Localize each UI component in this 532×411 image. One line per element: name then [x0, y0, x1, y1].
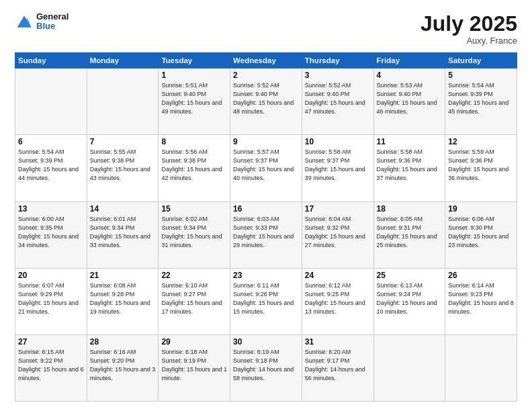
day-info: Sunrise: 5:52 AMSunset: 9:40 PMDaylight:…	[305, 81, 371, 116]
table-row: 29Sunrise: 6:18 AMSunset: 9:19 PMDayligh…	[159, 334, 230, 401]
title-block: July 2025 Auxy, France	[420, 12, 517, 46]
day-info: Sunrise: 6:19 AMSunset: 9:18 PMDaylight:…	[233, 348, 299, 383]
table-row: 8Sunrise: 5:56 AMSunset: 9:38 PMDaylight…	[159, 135, 230, 201]
day-number: 22	[161, 271, 227, 280]
table-row	[15, 68, 87, 135]
day-number: 17	[305, 204, 371, 214]
day-number: 27	[18, 337, 84, 347]
day-info: Sunrise: 6:04 AMSunset: 9:32 PMDaylight:…	[305, 215, 371, 250]
weekday-header-row: Sunday Monday Tuesday Wednesday Thursday…	[15, 53, 517, 68]
day-number: 14	[90, 204, 156, 214]
table-row	[373, 334, 445, 401]
table-row: 2Sunrise: 5:52 AMSunset: 9:40 PMDaylight…	[230, 68, 302, 135]
header-wednesday: Wednesday	[230, 53, 302, 68]
table-row: 13Sunrise: 6:00 AMSunset: 9:35 PMDayligh…	[15, 201, 87, 268]
logo-icon	[15, 12, 34, 31]
header-monday: Monday	[87, 53, 159, 68]
day-info: Sunrise: 6:03 AMSunset: 9:33 PMDaylight:…	[233, 215, 299, 250]
day-info: Sunrise: 6:18 AMSunset: 9:19 PMDaylight:…	[161, 348, 227, 383]
table-row: 16Sunrise: 6:03 AMSunset: 9:33 PMDayligh…	[230, 201, 302, 268]
calendar-week-row: 1Sunrise: 5:51 AMSunset: 9:40 PMDaylight…	[15, 68, 517, 135]
header-thursday: Thursday	[302, 53, 373, 68]
day-number: 30	[233, 337, 299, 347]
day-number: 28	[90, 337, 156, 347]
logo-text: General Blue	[36, 12, 69, 32]
table-row: 27Sunrise: 6:15 AMSunset: 9:22 PMDayligh…	[15, 334, 87, 401]
day-info: Sunrise: 5:54 AMSunset: 9:39 PMDaylight:…	[18, 148, 84, 183]
day-number: 21	[90, 271, 156, 280]
table-row: 30Sunrise: 6:19 AMSunset: 9:18 PMDayligh…	[230, 334, 302, 401]
day-info: Sunrise: 5:59 AMSunset: 9:36 PMDaylight:…	[448, 148, 514, 183]
table-row: 7Sunrise: 5:55 AMSunset: 9:38 PMDaylight…	[87, 135, 159, 201]
table-row: 26Sunrise: 6:14 AMSunset: 9:23 PMDayligh…	[445, 268, 517, 334]
table-row: 24Sunrise: 6:12 AMSunset: 9:25 PMDayligh…	[302, 268, 373, 334]
table-row: 4Sunrise: 5:53 AMSunset: 9:40 PMDaylight…	[373, 68, 445, 135]
day-info: Sunrise: 6:16 AMSunset: 9:20 PMDaylight:…	[90, 348, 156, 383]
table-row: 15Sunrise: 6:02 AMSunset: 9:34 PMDayligh…	[159, 201, 230, 268]
day-info: Sunrise: 5:58 AMSunset: 9:37 PMDaylight:…	[305, 148, 371, 183]
day-info: Sunrise: 6:01 AMSunset: 9:34 PMDaylight:…	[90, 215, 156, 250]
table-row: 1Sunrise: 5:51 AMSunset: 9:40 PMDaylight…	[159, 68, 230, 135]
table-row: 12Sunrise: 5:59 AMSunset: 9:36 PMDayligh…	[445, 135, 517, 201]
table-row: 5Sunrise: 5:54 AMSunset: 9:39 PMDaylight…	[445, 68, 517, 135]
day-number: 9	[233, 137, 299, 146]
header: General Blue July 2025 Auxy, France	[15, 12, 517, 46]
day-info: Sunrise: 6:08 AMSunset: 9:28 PMDaylight:…	[90, 281, 156, 316]
header-friday: Friday	[373, 53, 445, 68]
table-row: 6Sunrise: 5:54 AMSunset: 9:39 PMDaylight…	[15, 135, 87, 201]
table-row: 3Sunrise: 5:52 AMSunset: 9:40 PMDaylight…	[302, 68, 373, 135]
day-number: 29	[161, 337, 227, 347]
day-info: Sunrise: 6:12 AMSunset: 9:25 PMDaylight:…	[305, 281, 371, 316]
day-info: Sunrise: 6:20 AMSunset: 9:17 PMDaylight:…	[305, 348, 371, 383]
day-info: Sunrise: 5:58 AMSunset: 9:36 PMDaylight:…	[377, 148, 443, 183]
table-row	[87, 68, 159, 135]
day-info: Sunrise: 6:06 AMSunset: 9:30 PMDaylight:…	[448, 215, 514, 250]
calendar-week-row: 6Sunrise: 5:54 AMSunset: 9:39 PMDaylight…	[15, 135, 517, 201]
table-row: 25Sunrise: 6:13 AMSunset: 9:24 PMDayligh…	[373, 268, 445, 334]
day-info: Sunrise: 6:15 AMSunset: 9:22 PMDaylight:…	[18, 348, 84, 383]
day-number: 7	[90, 137, 156, 146]
day-number: 12	[448, 137, 514, 146]
day-info: Sunrise: 5:56 AMSunset: 9:38 PMDaylight:…	[161, 148, 227, 183]
table-row: 20Sunrise: 6:07 AMSunset: 9:29 PMDayligh…	[15, 268, 87, 334]
day-info: Sunrise: 5:51 AMSunset: 9:40 PMDaylight:…	[161, 81, 227, 116]
day-info: Sunrise: 5:52 AMSunset: 9:40 PMDaylight:…	[233, 81, 299, 116]
calendar-table: Sunday Monday Tuesday Wednesday Thursday…	[15, 52, 517, 402]
day-number: 8	[161, 137, 227, 146]
day-number: 4	[377, 71, 443, 80]
table-row: 31Sunrise: 6:20 AMSunset: 9:17 PMDayligh…	[302, 334, 373, 401]
table-row: 19Sunrise: 6:06 AMSunset: 9:30 PMDayligh…	[445, 201, 517, 268]
header-saturday: Saturday	[445, 53, 517, 68]
day-number: 25	[377, 271, 443, 280]
day-number: 3	[305, 71, 371, 80]
month-title: July 2025	[420, 12, 517, 36]
page: General Blue July 2025 Auxy, France Sund…	[0, 0, 532, 411]
day-info: Sunrise: 6:02 AMSunset: 9:34 PMDaylight:…	[161, 215, 227, 250]
day-number: 24	[305, 271, 371, 280]
day-number: 5	[448, 71, 514, 80]
day-number: 19	[448, 204, 514, 214]
day-number: 26	[448, 271, 514, 280]
day-number: 23	[233, 271, 299, 280]
day-info: Sunrise: 5:54 AMSunset: 9:39 PMDaylight:…	[448, 81, 514, 116]
day-info: Sunrise: 6:07 AMSunset: 9:29 PMDaylight:…	[18, 281, 84, 316]
day-number: 18	[377, 204, 443, 214]
calendar-week-row: 20Sunrise: 6:07 AMSunset: 9:29 PMDayligh…	[15, 268, 517, 334]
day-number: 1	[161, 71, 227, 80]
table-row: 14Sunrise: 6:01 AMSunset: 9:34 PMDayligh…	[87, 201, 159, 268]
calendar-week-row: 27Sunrise: 6:15 AMSunset: 9:22 PMDayligh…	[15, 334, 517, 401]
day-info: Sunrise: 6:13 AMSunset: 9:24 PMDaylight:…	[377, 281, 443, 316]
table-row: 21Sunrise: 6:08 AMSunset: 9:28 PMDayligh…	[87, 268, 159, 334]
day-number: 20	[18, 271, 84, 280]
day-number: 13	[18, 204, 84, 214]
logo-blue: Blue	[36, 21, 69, 31]
table-row: 9Sunrise: 5:57 AMSunset: 9:37 PMDaylight…	[230, 135, 302, 201]
day-info: Sunrise: 6:10 AMSunset: 9:27 PMDaylight:…	[161, 281, 227, 316]
table-row: 11Sunrise: 5:58 AMSunset: 9:36 PMDayligh…	[373, 135, 445, 201]
day-number: 11	[377, 137, 443, 146]
table-row: 22Sunrise: 6:10 AMSunset: 9:27 PMDayligh…	[159, 268, 230, 334]
table-row: 23Sunrise: 6:11 AMSunset: 9:26 PMDayligh…	[230, 268, 302, 334]
day-number: 31	[305, 337, 371, 347]
day-info: Sunrise: 5:53 AMSunset: 9:40 PMDaylight:…	[377, 81, 443, 116]
day-info: Sunrise: 6:05 AMSunset: 9:31 PMDaylight:…	[377, 215, 443, 250]
